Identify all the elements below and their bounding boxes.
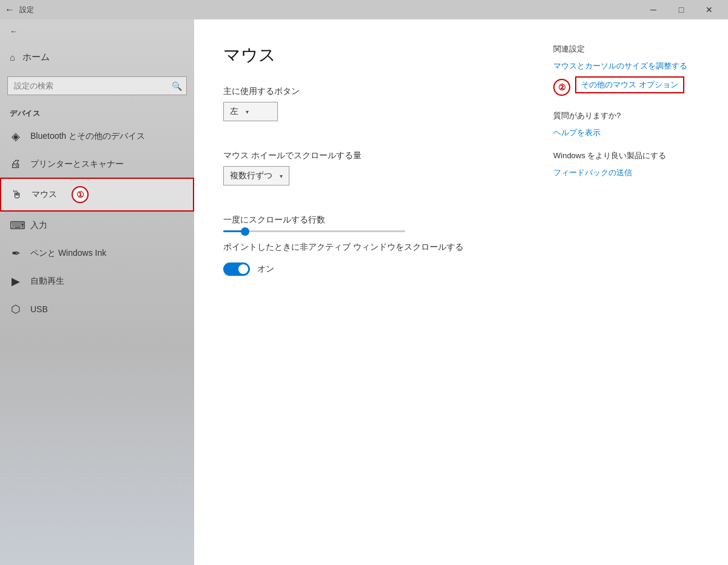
other-mouse-options-link[interactable]: その他のマウス オプション [575, 76, 684, 93]
page-title: マウス [223, 44, 529, 67]
search-icon: 🔍 [172, 81, 182, 91]
related-settings-section: 関連設定 マウスとカーソルのサイズを調整する ② その他のマウス オプション [553, 44, 699, 98]
close-button[interactable]: ✕ [695, 0, 723, 19]
toggle-on-label: オン [257, 264, 274, 275]
annotation-circle-2: ② [553, 79, 570, 96]
primary-button-value: 左 [230, 106, 238, 117]
related-settings-title: 関連設定 [553, 44, 699, 55]
help-link[interactable]: ヘルプを表示 [553, 127, 699, 138]
titlebar: ← 設定 ─ □ ✕ [0, 0, 728, 19]
usb-icon: ⬡ [10, 303, 22, 316]
content-left: マウス 主に使用するボタン 左 ▾ マウス ホイールでスクロールする量 複数行ず… [223, 44, 529, 541]
input-icon: ⌨ [10, 219, 22, 232]
scroll-setting: マウス ホイールでスクロールする量 複数行ずつ ▾ [223, 150, 529, 200]
sidebar-item-usb-label: USB [30, 304, 48, 314]
home-label: ホーム [22, 52, 50, 63]
search-input[interactable] [7, 76, 187, 95]
sidebar-item-bluetooth[interactable]: ◈ Bluetooth とその他のデバイス [0, 122, 194, 150]
sidebar-item-input[interactable]: ⌨ 入力 [0, 212, 194, 239]
help-section: 質問がありますか? ヘルプを表示 [553, 110, 699, 138]
sidebar-item-autoplay-label: 自動再生 [30, 276, 64, 287]
minimize-button[interactable]: ─ [639, 0, 667, 19]
autoplay-icon: ▶ [10, 275, 22, 288]
scroll-lines-label: 一度にスクロールする行数 [223, 215, 529, 226]
window-controls: ─ □ ✕ [639, 0, 723, 19]
sidebar-item-autoplay[interactable]: ▶ 自動再生 [0, 267, 194, 295]
scroll-dropdown[interactable]: 複数行ずつ ▾ [223, 166, 289, 186]
mouse-icon: 🖱 [11, 189, 23, 201]
bluetooth-icon: ◈ [10, 130, 22, 143]
pen-icon: ✒ [10, 247, 22, 260]
sidebar-item-mouse-label: マウス [32, 189, 57, 200]
sidebar-search[interactable]: 🔍 [7, 76, 187, 95]
annotation-circle-1: ① [72, 186, 89, 203]
printer-icon: 🖨 [10, 158, 22, 170]
primary-button-setting: 主に使用するボタン 左 ▾ [223, 86, 529, 136]
feedback-link[interactable]: フィードバックの送信 [553, 167, 699, 178]
inactive-scroll-label: ポイントしたときに非アクティブ ウィンドウをスクロールする [223, 242, 529, 253]
primary-button-dropdown[interactable]: 左 ▾ [223, 102, 278, 121]
content-right: 関連設定 マウスとカーソルのサイズを調整する ② その他のマウス オプション 質… [529, 44, 699, 541]
scroll-value: 複数行ずつ [230, 170, 272, 181]
scroll-label: マウス ホイールでスクロールする量 [223, 150, 529, 161]
inactive-scroll-toggle[interactable] [223, 262, 250, 276]
sidebar-item-bluetooth-label: Bluetooth とその他のデバイス [30, 131, 145, 142]
sidebar-item-pen[interactable]: ✒ ペンと Windows Ink [0, 239, 194, 267]
scroll-chevron-down-icon: ▾ [280, 173, 283, 179]
other-options-row: ② その他のマウス オプション [553, 76, 699, 98]
sidebar: ← ⌂ ホーム 🔍 デバイス ◈ Bluetooth とその他のデバイス 🖨 プ… [0, 19, 194, 565]
scroll-lines-setting: 一度にスクロールする行数 [223, 215, 529, 232]
feedback-section: Windows をより良い製品にする フィードバックの送信 [553, 150, 699, 178]
help-title: 質問がありますか? [553, 110, 699, 121]
sidebar-item-pen-label: ペンと Windows Ink [30, 248, 106, 259]
primary-button-label: 主に使用するボタン [223, 86, 529, 97]
sidebar-section-label: デバイス [0, 100, 194, 122]
sidebar-item-printer[interactable]: 🖨 プリンターとスキャナー [0, 150, 194, 178]
scroll-lines-slider[interactable] [223, 230, 405, 232]
main-content: マウス 主に使用するボタン 左 ▾ マウス ホイールでスクロールする量 複数行ず… [194, 19, 728, 565]
sidebar-item-printer-label: プリンターとスキャナー [30, 159, 124, 170]
chevron-down-icon: ▾ [246, 109, 249, 115]
inactive-scroll-setting: ポイントしたときに非アクティブ ウィンドウをスクロールする オン [223, 242, 529, 276]
maximize-button[interactable]: □ [667, 0, 695, 19]
app-body: ← ⌂ ホーム 🔍 デバイス ◈ Bluetooth とその他のデバイス 🖨 プ… [0, 19, 728, 565]
toggle-knob [238, 264, 248, 274]
slider-thumb[interactable] [241, 227, 249, 236]
titlebar-title: 設定 [19, 5, 34, 15]
back-button[interactable]: ← [0, 19, 194, 43]
sidebar-home[interactable]: ⌂ ホーム [0, 43, 194, 72]
home-icon: ⌂ [10, 52, 15, 62]
mouse-size-link[interactable]: マウスとカーソルのサイズを調整する [553, 61, 699, 72]
back-icon[interactable]: ← [5, 4, 15, 15]
sidebar-item-usb[interactable]: ⬡ USB [0, 295, 194, 323]
toggle-row: オン [223, 262, 529, 276]
feedback-title: Windows をより良い製品にする [553, 150, 699, 161]
sidebar-item-mouse[interactable]: 🖱 マウス ① [0, 178, 194, 212]
sidebar-item-input-label: 入力 [30, 220, 47, 231]
back-arrow-icon: ← [10, 27, 18, 36]
